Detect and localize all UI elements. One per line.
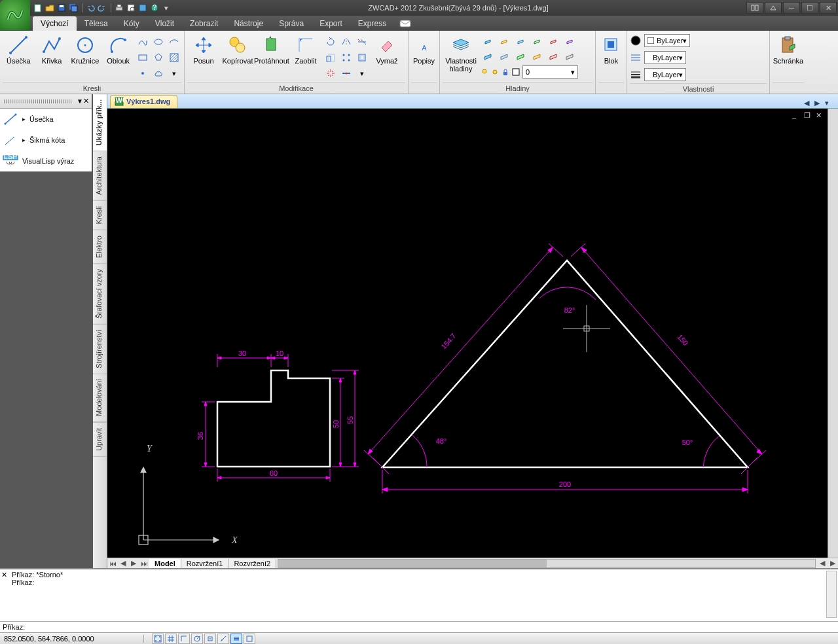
ribbon-tab-koty[interactable]: Kóty xyxy=(116,16,147,31)
layout-hscroll[interactable] xyxy=(278,559,816,568)
vtab-upravit[interactable]: Upravit xyxy=(93,422,107,457)
tool-explode-icon[interactable] xyxy=(323,66,338,80)
status-ortho-icon[interactable] xyxy=(178,634,190,644)
mdi-close-icon[interactable]: ✕ xyxy=(816,111,824,119)
command-history[interactable]: ✕Příkaz: *Storno* Příkaz: xyxy=(0,569,838,621)
qat-saveall-icon[interactable] xyxy=(68,3,79,13)
doc-prev-icon[interactable]: ◀ xyxy=(804,99,813,108)
close-button[interactable]: ✕ xyxy=(820,2,837,14)
tool-ellipse-icon[interactable] xyxy=(151,35,166,49)
layer-freeze-icon[interactable] xyxy=(513,33,528,48)
layer-combo[interactable]: 0▾ xyxy=(522,65,578,79)
drawing-area[interactable]: _ ❐ ✕ 30 10 36 60 50 55 200 154.7 xyxy=(107,109,828,558)
tool-popisy[interactable]: APopisy xyxy=(411,32,437,79)
color-wheel-icon[interactable] xyxy=(630,35,642,46)
status-otrack-icon[interactable] xyxy=(217,634,229,644)
status-osnap-icon[interactable] xyxy=(204,634,216,644)
qat-new-icon[interactable] xyxy=(33,3,43,13)
tool-posun[interactable]: Posun xyxy=(187,32,220,79)
layout-prev-icon[interactable]: ◀ xyxy=(118,559,128,567)
tool-kopirovat[interactable]: Kopírovat xyxy=(221,32,254,79)
palette-close-icon[interactable]: ✕ xyxy=(83,97,89,105)
command-vscroll[interactable] xyxy=(826,571,837,618)
tool-modify-more-icon[interactable]: ▾ xyxy=(355,66,369,80)
palette-item-sikma-kota[interactable]: ▸ Šikmá kóta xyxy=(0,130,92,151)
vtab-kresli[interactable]: Kresli xyxy=(93,201,107,230)
qat-plot-icon[interactable] xyxy=(114,3,124,13)
status-snap-icon[interactable] xyxy=(152,634,164,644)
layout-hscroll-right-icon[interactable]: ▶ xyxy=(828,559,838,567)
qat-undo-icon[interactable] xyxy=(85,3,96,13)
ribbon-tab-telesa[interactable]: Tělesa xyxy=(77,16,116,31)
color-combo[interactable]: ByLayer▾ xyxy=(644,34,690,47)
layer-thaw-icon[interactable] xyxy=(530,33,544,48)
status-coords[interactable]: 852.0500, 564.7866, 0.0000 xyxy=(0,635,144,643)
tool-spline-icon[interactable] xyxy=(136,35,150,49)
qat-save-icon[interactable] xyxy=(56,3,67,13)
tool-revcloud-icon[interactable] xyxy=(151,66,166,80)
layout-tab-rozvrzeni1[interactable]: Rozvržení1 xyxy=(181,559,229,568)
layer-iso-icon[interactable] xyxy=(481,49,495,63)
layer-cur-icon[interactable] xyxy=(513,49,528,63)
tool-kruznice[interactable]: Kružnice xyxy=(69,32,101,79)
vtab-elektro[interactable]: Elektro xyxy=(93,230,107,264)
qat-publish-icon[interactable] xyxy=(137,3,148,13)
tool-array-icon[interactable] xyxy=(339,50,354,65)
tool-vlastnosti-hladiny[interactable]: Vlastnosti hladiny xyxy=(443,32,479,79)
status-polar-icon[interactable] xyxy=(191,634,203,644)
qat-redo-icon[interactable] xyxy=(97,3,107,13)
doc-next-icon[interactable]: ▶ xyxy=(814,99,824,108)
qat-help-icon[interactable]: ? xyxy=(149,3,160,13)
layer-uniso-icon[interactable] xyxy=(497,49,511,63)
minimize-button[interactable]: ─ xyxy=(783,2,800,14)
tool-scale-icon[interactable] xyxy=(323,50,338,65)
ribbon-tab-zobrazit[interactable]: Zobrazit xyxy=(182,16,226,31)
tool-usecka[interactable]: Úsečka xyxy=(3,32,35,79)
tool-trim-icon[interactable] xyxy=(355,35,369,49)
layout-tab-rozvrzeni2[interactable]: Rozvržení2 xyxy=(228,559,276,568)
tool-protahnout[interactable]: Protáhnout xyxy=(255,32,288,79)
tool-mirror-icon[interactable] xyxy=(339,35,354,49)
tool-oblouk[interactable]: Oblouk xyxy=(102,32,134,79)
ribbon-tab-sprava[interactable]: Správa xyxy=(271,16,312,31)
ribbon-tab-nastroje[interactable]: Nástroje xyxy=(226,16,271,31)
vertical-scrollbar[interactable] xyxy=(828,109,838,558)
vtab-strojirenstvi[interactable]: Strojírenství xyxy=(93,325,107,374)
ribbon-tab-express[interactable]: Express xyxy=(350,16,394,31)
status-lwt-icon[interactable] xyxy=(230,634,242,644)
doc-list-icon[interactable]: ▾ xyxy=(825,99,834,108)
qat-open-icon[interactable] xyxy=(45,3,55,13)
tool-hatch-icon[interactable] xyxy=(167,50,181,65)
ribbon-tab-mail-icon[interactable] xyxy=(394,18,416,31)
layout-last-icon[interactable]: ⏭ xyxy=(139,560,149,567)
left-palette-header[interactable]: ▼ ✕ xyxy=(0,94,92,109)
ribbon-tab-export[interactable]: Export xyxy=(312,16,350,31)
layer-off-icon[interactable] xyxy=(481,33,495,48)
win-help-extra-icon[interactable] xyxy=(746,2,763,14)
layer-state-icon[interactable] xyxy=(562,49,577,63)
layout-hscroll-left-icon[interactable]: ◀ xyxy=(817,559,828,567)
ribbon-tab-vychozi[interactable]: Výchozí xyxy=(33,16,77,31)
tool-point-icon[interactable] xyxy=(136,66,150,80)
tool-expand-icon[interactable]: ▾ xyxy=(167,66,181,80)
qat-dropdown-icon[interactable]: ▾ xyxy=(161,3,172,13)
palette-item-usecka[interactable]: ▸ Úsečka xyxy=(0,109,92,130)
doc-tab-vykres1[interactable]: DWG Výkres1.dwg xyxy=(110,95,177,108)
win-workspace-icon[interactable] xyxy=(765,2,782,14)
layer-prev-icon[interactable] xyxy=(546,49,560,63)
layer-unlock-icon[interactable] xyxy=(562,33,577,48)
tool-schranka[interactable]: Schránka xyxy=(773,32,804,79)
command-input[interactable] xyxy=(27,623,835,631)
lineweight-combo[interactable]: ByLayer▾ xyxy=(644,68,686,81)
linetype-combo[interactable]: ByLayer▾ xyxy=(644,51,686,64)
mdi-min-icon[interactable]: _ xyxy=(792,111,800,119)
tool-rotate-icon[interactable] xyxy=(323,35,338,49)
tool-zaoblit[interactable]: Zaoblit xyxy=(289,32,322,79)
app-logo[interactable] xyxy=(0,0,30,30)
layer-on-icon[interactable] xyxy=(497,33,511,48)
tool-join-icon[interactable] xyxy=(339,66,354,80)
tool-polygon-icon[interactable] xyxy=(151,50,166,65)
tool-vymaz[interactable]: Vymaž xyxy=(371,32,403,79)
mdi-restore-icon[interactable]: ❐ xyxy=(804,111,812,119)
status-grid-icon[interactable] xyxy=(165,634,177,644)
